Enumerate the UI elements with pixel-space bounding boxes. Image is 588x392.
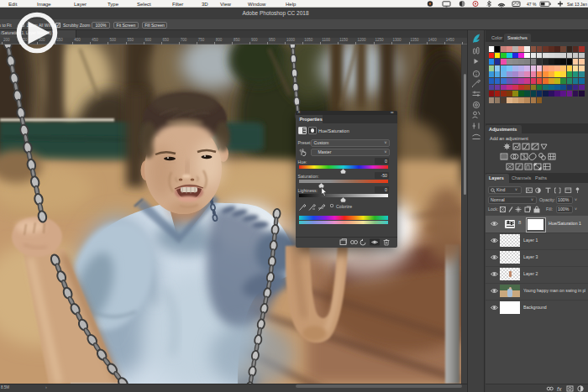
svg-text:47 %: 47 %: [527, 2, 537, 7]
svg-text:fx: fx: [557, 385, 562, 391]
svg-text:Sat 13 Jan 16:4: Sat 13 Jan 16:4: [567, 2, 588, 7]
